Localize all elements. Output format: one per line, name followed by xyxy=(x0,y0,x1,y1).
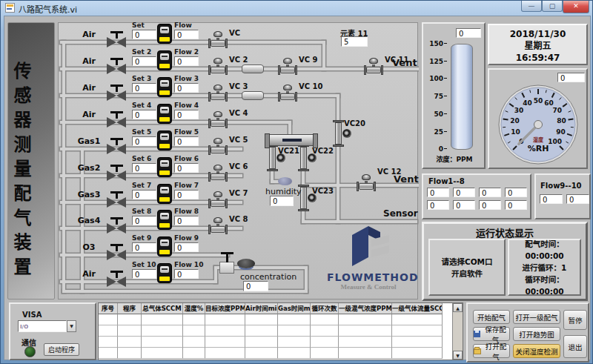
manual-valve-icon[interactable] xyxy=(106,111,127,128)
table-cell[interactable] xyxy=(99,337,118,348)
set-input[interactable]: 0 xyxy=(132,56,156,66)
manual-valve-icon[interactable] xyxy=(106,58,127,74)
vc-valve-icon[interactable]: VC 4 xyxy=(208,109,228,128)
maximize-button[interactable]: ▢ xyxy=(542,1,563,12)
vc-valve-icon[interactable]: VC 11 xyxy=(364,56,383,75)
table-header-row: 序号程序总气体SCCM湿度%目标浓度PPMAir时间minGas时间min循环次… xyxy=(99,303,463,314)
set-input[interactable]: 0 xyxy=(132,269,156,279)
table-cell[interactable] xyxy=(245,348,278,359)
set-input[interactable]: 0 xyxy=(132,190,156,199)
concentration-input[interactable]: 0 xyxy=(243,281,268,291)
manual-valve-icon[interactable] xyxy=(219,262,234,274)
table-cell[interactable] xyxy=(99,325,118,337)
vc-valve-icon[interactable]: VC 2 xyxy=(208,56,228,75)
table-cell[interactable] xyxy=(205,337,245,348)
table-cell[interactable] xyxy=(118,348,142,359)
scroll-down-icon[interactable]: ▼ xyxy=(453,351,463,360)
visa-dropdown-button[interactable]: ▼ xyxy=(67,320,76,332)
open-config-button[interactable]: 打开配气 xyxy=(473,344,510,358)
tank-scale-label: 50 xyxy=(426,110,447,118)
table-cell[interactable] xyxy=(278,325,311,337)
minimize-button[interactable]: — xyxy=(521,1,542,12)
vc-valve-icon[interactable]: VC 3 xyxy=(208,82,228,102)
table-cell[interactable] xyxy=(278,337,311,348)
table-cell[interactable] xyxy=(311,314,339,325)
vc-valve-icon[interactable]: VC 7 xyxy=(208,189,228,208)
table-cell[interactable] xyxy=(205,314,245,325)
table-cell[interactable] xyxy=(311,337,339,348)
table-cell[interactable] xyxy=(142,348,183,359)
set-input[interactable]: 0 xyxy=(132,136,156,146)
manual-valve-icon[interactable] xyxy=(106,138,127,154)
table-cell[interactable] xyxy=(245,325,278,337)
scroll-up-icon[interactable]: ▲ xyxy=(453,303,463,312)
table-scrollbar[interactable]: ▲ ▼ xyxy=(452,303,463,360)
start-gas-button[interactable]: 开始配气 xyxy=(473,310,510,324)
table-cell[interactable] xyxy=(142,314,183,325)
exit-button[interactable]: 退出 xyxy=(563,335,587,358)
table-cell[interactable] xyxy=(339,337,392,348)
table-cell[interactable] xyxy=(392,348,443,359)
vc-valve-icon[interactable]: VC 5 xyxy=(208,136,228,155)
pause-button[interactable]: 暂停 xyxy=(563,310,587,330)
vc-valve-icon[interactable]: VC 8 xyxy=(208,215,228,234)
manual-valve-icon[interactable] xyxy=(106,244,127,260)
channel-row: Air Set 10 0 Flow 10 0 xyxy=(59,262,223,292)
humidity-input[interactable]: 0 xyxy=(270,196,294,206)
table-cell[interactable] xyxy=(205,325,245,337)
table-cell[interactable] xyxy=(392,337,443,348)
table-cell[interactable] xyxy=(183,314,205,325)
table-cell[interactable] xyxy=(142,337,183,348)
table-cell[interactable] xyxy=(311,325,339,337)
vc-valve-icon[interactable]: VC 6 xyxy=(208,162,228,182)
table-cell[interactable] xyxy=(183,325,205,337)
table-cell[interactable] xyxy=(99,314,118,325)
open-trend-button[interactable]: 打开趋势图 xyxy=(513,327,560,341)
table-cell[interactable] xyxy=(205,348,245,359)
table-cell[interactable] xyxy=(99,348,118,359)
time-text: 16:59:47 xyxy=(489,52,586,64)
manual-valve-icon[interactable] xyxy=(106,217,127,234)
manual-valve-icon[interactable] xyxy=(106,31,127,47)
titlebar[interactable]: 八路配气系统.vi — ▢ ✕ xyxy=(1,1,592,16)
start-program-button[interactable]: 启动程序 xyxy=(44,343,79,356)
table-cell[interactable] xyxy=(278,348,311,359)
set-input[interactable]: 0 xyxy=(132,216,156,225)
table-cell[interactable] xyxy=(245,337,278,348)
table-cell[interactable] xyxy=(118,314,142,325)
table-cell[interactable] xyxy=(311,348,339,359)
vc-valve-icon[interactable]: VC xyxy=(208,29,228,48)
set-input[interactable]: 0 xyxy=(132,163,156,173)
close-button[interactable]: ✕ xyxy=(563,1,589,13)
save-config-button[interactable]: 保存配气 xyxy=(473,327,510,341)
table-cell[interactable] xyxy=(339,325,392,337)
table-cell[interactable] xyxy=(183,348,205,359)
set-input[interactable]: 0 xyxy=(132,83,156,93)
vc-valve-icon[interactable]: VC 9 xyxy=(278,56,297,75)
set-input[interactable]: 0 xyxy=(132,242,156,252)
table-cell[interactable] xyxy=(183,337,205,348)
table-cell[interactable] xyxy=(118,325,142,337)
manual-valve-icon[interactable] xyxy=(106,85,127,101)
table-cell[interactable] xyxy=(392,325,443,337)
table-cell[interactable] xyxy=(392,314,443,325)
vc-valve-icon[interactable]: VC 12 xyxy=(357,172,376,191)
close-humidity-button[interactable]: 关闭湿度检测 xyxy=(513,344,560,358)
program-table: 序号程序总气体SCCM湿度%目标浓度PPMAir时间minGas时间min循环次… xyxy=(98,302,463,360)
set-input[interactable]: 0 xyxy=(132,110,156,119)
vc-valve-icon[interactable]: VC 10 xyxy=(278,82,297,102)
element11-input[interactable]: 5 xyxy=(341,36,368,47)
table-cell[interactable] xyxy=(142,325,183,337)
table-cell[interactable] xyxy=(245,314,278,325)
table-cell[interactable] xyxy=(339,348,392,359)
table-cell[interactable] xyxy=(118,337,142,348)
table-cell[interactable] xyxy=(339,314,392,325)
mfc-icon xyxy=(157,24,172,44)
table-cell[interactable] xyxy=(278,314,311,325)
manual-valve-icon[interactable] xyxy=(106,271,127,287)
open-primary-gas-button[interactable]: 打开一级配气 xyxy=(513,310,560,324)
manual-valve-icon[interactable] xyxy=(106,165,127,181)
set-input[interactable]: 0 xyxy=(132,30,156,39)
manual-valve-icon[interactable] xyxy=(106,191,127,208)
visa-resource-input[interactable]: I/O xyxy=(18,320,67,332)
